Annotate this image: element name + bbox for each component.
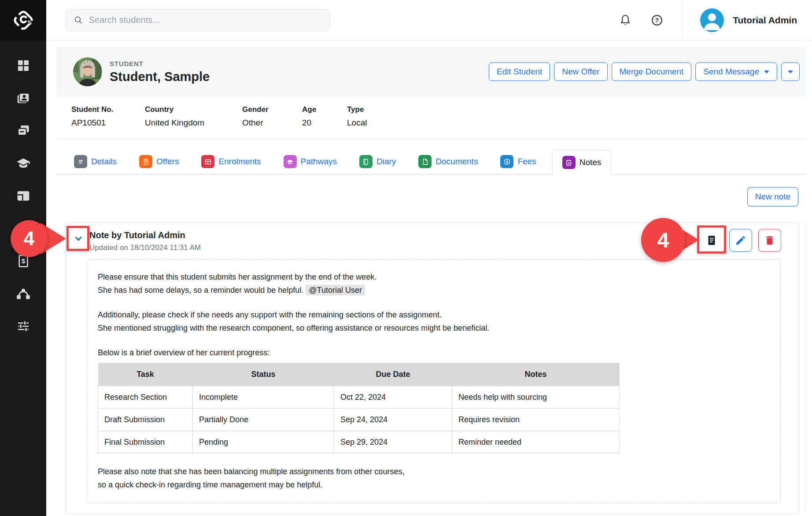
tab-fees[interactable]: $ Fees <box>494 155 543 168</box>
field-label: Type <box>347 105 367 114</box>
details-tab-icon <box>74 155 87 168</box>
settings-icon[interactable] <box>14 319 33 334</box>
help-icon[interactable]: ? <box>650 14 664 27</box>
field-value: United Kingdom <box>145 118 242 128</box>
table-header-row: Task Status Due Date Notes <box>98 363 620 386</box>
tab-label: Pathways <box>301 157 337 166</box>
field-label: Country <box>145 105 242 114</box>
tab-pathways[interactable]: Pathways <box>277 155 343 168</box>
field-value: Other <box>242 118 302 128</box>
note-card: Note by Tutorial Admin Updated on 18/10/… <box>66 222 799 514</box>
note-updated-timestamp: Updated on 18/10/2024 11:31 AM <box>89 243 201 252</box>
user-avatar[interactable] <box>700 8 724 32</box>
table-cell: Draft Submission <box>98 408 193 431</box>
user-name[interactable]: Tutorial Admin <box>733 15 797 26</box>
pencil-icon <box>735 235 746 246</box>
document-icon <box>705 234 718 247</box>
pathways-icon[interactable] <box>14 286 33 301</box>
edit-note-button[interactable] <box>729 229 752 252</box>
tab-label: Notes <box>579 158 602 167</box>
app-logo-icon <box>11 8 36 33</box>
diary-tab-icon <box>359 155 373 168</box>
enrolments-tab-icon <box>201 155 214 168</box>
tab-label: Offers <box>156 157 179 166</box>
svg-text:$: $ <box>506 159 508 164</box>
note-text: She has had some delays, so a reminder w… <box>98 286 303 295</box>
table-row: Draft Submission Partially Done Sep 24, … <box>98 408 620 431</box>
note-text-line: Please also note that she has been balan… <box>98 465 770 478</box>
search-input[interactable] <box>89 15 323 25</box>
collapse-note-button[interactable] <box>69 229 88 248</box>
offers-icon[interactable] <box>14 123 33 138</box>
table-cell: Incomplete <box>193 386 334 408</box>
field-value: 20 <box>302 118 347 128</box>
note-text-line: so a quick check-in regarding time manag… <box>98 478 770 491</box>
invoices-icon[interactable]: $ <box>14 254 33 269</box>
field-label: Student No. <box>71 105 145 114</box>
search-box[interactable] <box>66 9 330 31</box>
table-cell: Needs help with sourcing <box>452 386 620 408</box>
new-offer-button[interactable]: New Offer <box>554 63 607 81</box>
student-actions: Edit Student New Offer Merge Document Se… <box>489 63 800 81</box>
main-content: STUDENT Student, Sample Edit Student New… <box>46 41 812 516</box>
person-icon <box>700 8 724 32</box>
note-paragraph: Below is a brief overview of her current… <box>98 346 770 359</box>
student-info-row: Student No. AP10501 Country United Kingd… <box>56 96 806 139</box>
note-text-line: She mentioned struggling with the resear… <box>98 321 770 335</box>
edit-student-button[interactable]: Edit Student <box>489 63 550 81</box>
table-cell: Sep 29, 2024 <box>334 431 452 453</box>
note-header: Note by Tutorial Admin Updated on 18/10/… <box>66 223 799 252</box>
notes-tab-icon <box>562 156 576 169</box>
table-cell: Reminder needed <box>452 431 620 453</box>
sidebar: $ <box>0 0 46 516</box>
field-label: Age <box>302 105 347 114</box>
note-text-line: Additionally, please check if she needs … <box>98 308 770 321</box>
documents-tab-icon <box>418 155 432 168</box>
view-note-button[interactable] <box>700 229 723 252</box>
student-photo <box>73 57 102 86</box>
table-cell: Sep 24, 2024 <box>334 408 452 431</box>
table-cell: Pending <box>193 431 334 453</box>
table-row: Research Section Incomplete Oct 22, 2024… <box>98 386 620 408</box>
pathways-tab-icon <box>284 155 297 168</box>
progress-table: Task Status Due Date Notes Research Sect… <box>98 363 620 453</box>
chevron-down-icon <box>788 70 793 74</box>
tab-label: Details <box>91 157 117 166</box>
bell-icon[interactable] <box>619 14 632 27</box>
field-type: Type Local <box>347 105 367 128</box>
table-cell: Oct 22, 2024 <box>334 386 452 408</box>
table-cell: Research Section <box>98 386 193 408</box>
tab-details[interactable]: Details <box>67 155 123 168</box>
courses-icon[interactable] <box>14 156 33 171</box>
search-icon <box>74 15 84 26</box>
note-paragraph: Additionally, please check if she needs … <box>98 308 770 335</box>
notes-toolbar: New note <box>56 175 806 206</box>
field-country: Country United Kingdom <box>145 105 242 128</box>
layout-icon[interactable] <box>14 188 33 203</box>
send-message-button[interactable]: Send Message <box>695 63 777 81</box>
field-label: Gender <box>242 105 302 114</box>
tab-label: Fees <box>517 157 536 166</box>
delete-note-button[interactable] <box>758 229 781 252</box>
svg-text:?: ? <box>655 17 659 24</box>
sidebar-nav: $ <box>0 41 46 351</box>
tab-enrolments[interactable]: Enrolments <box>195 155 267 168</box>
tab-diary[interactable]: Diary <box>353 155 402 168</box>
chevron-down-icon <box>764 70 769 74</box>
table-cell: Requires revision <box>452 408 620 431</box>
note-text-line: Please ensure that this student submits … <box>98 270 770 284</box>
tab-documents[interactable]: Documents <box>412 155 484 168</box>
merge-document-button[interactable]: Merge Document <box>612 63 692 81</box>
note-text-line: She has had some delays, so a reminder w… <box>98 284 770 297</box>
more-actions-button[interactable] <box>781 63 800 81</box>
user-mention-chip: @Tutorial User <box>306 285 365 295</box>
dashboard-icon[interactable] <box>14 58 33 73</box>
student-header: STUDENT Student, Sample Edit Student New… <box>56 47 806 96</box>
new-note-button[interactable]: New note <box>747 187 798 206</box>
table-row: Final Submission Pending Sep 29, 2024 Re… <box>98 431 620 453</box>
note-body: Please ensure that this student submits … <box>88 259 781 503</box>
tab-offers[interactable]: Offers <box>133 155 185 168</box>
app-logo[interactable] <box>0 0 46 41</box>
tab-notes[interactable]: Notes <box>552 150 612 175</box>
students-icon[interactable] <box>14 91 33 106</box>
